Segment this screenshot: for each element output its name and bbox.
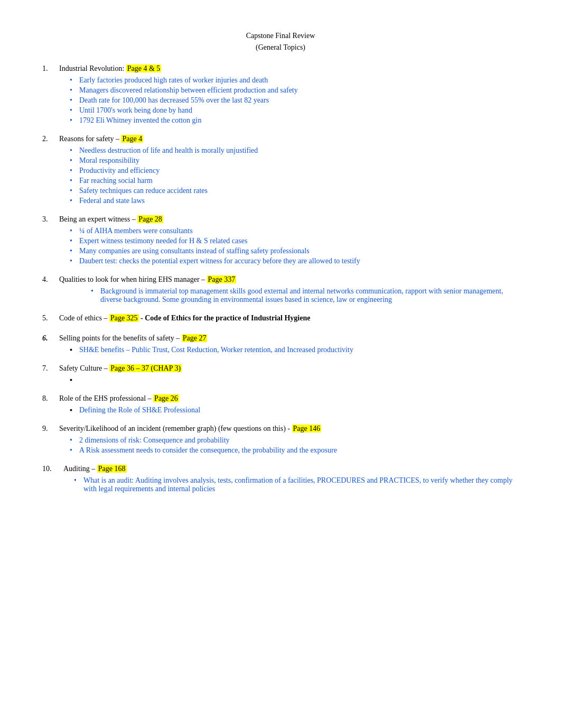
sub-list-item: Death rate for 100,000 has decreased 55%…	[70, 96, 519, 105]
sub-list-item: Far reaching social harm	[70, 177, 519, 185]
item-title: Qualities to look for when hiring EHS ma…	[59, 275, 519, 284]
list-item: 1. Industrial Revolution: Page 4 & 5 Ear…	[42, 64, 519, 126]
sub-item-text: Early factories produced high rates of w…	[79, 76, 268, 85]
item-title: Selling points for the benefits of safet…	[59, 334, 519, 343]
bullet-icon: ▪	[70, 346, 79, 354]
bullet-icon	[74, 476, 83, 485]
item-content: Selling points for the benefits of safet…	[59, 334, 519, 356]
bullet-icon: ▪	[70, 406, 79, 414]
item-title: Severity/Likelihood of an incident (reme…	[59, 425, 519, 433]
item-number: 3.	[42, 215, 59, 224]
page-subtitle: (General Topics)	[42, 43, 519, 52]
item-title-text: Severity/Likelihood of an incident (reme…	[59, 425, 292, 432]
item-highlight: Page 27	[182, 334, 208, 342]
item-number: 8.	[42, 394, 59, 403]
sub-list-item: Many companies are using consultants ins…	[70, 247, 519, 255]
item-title-text: Role of the EHS professional –	[59, 394, 153, 402]
bullet-icon	[70, 436, 79, 445]
item-title-bold: - Code of Ethics for the practice of Ind…	[139, 314, 311, 322]
sub-item-text: Many companies are using consultants ins…	[79, 247, 310, 255]
sub-list-item: 1792 Eli Whitney invented the cotton gin	[70, 116, 519, 125]
sub-item-text: Defining the Role of SH&E Professional	[79, 406, 200, 414]
item-highlight: Page 28	[137, 215, 163, 223]
sub-item-text: Managers discovered relationship between…	[79, 86, 298, 95]
item-number: 4.	[42, 275, 59, 284]
list-item: 5. Code of ethics – Page 325 - Code of E…	[42, 314, 519, 326]
sub-list-item: Moral responsibility	[70, 156, 519, 165]
bullet-icon	[70, 86, 79, 95]
sub-list: Background is immaterial top management …	[59, 287, 519, 304]
item-content: Auditing – Page 168 What is an audit: Au…	[63, 465, 519, 495]
sub-list: What is an audit: Auditing involves anal…	[63, 476, 519, 493]
item-title-text: Code of ethics –	[59, 314, 109, 322]
sub-item-text: Safety techniques can reduce accident ra…	[79, 187, 208, 195]
bullet-icon	[70, 156, 79, 165]
sub-list-item: Early factories produced high rates of w…	[70, 76, 519, 85]
sub-list-item: Until 1700's work being done by hand	[70, 106, 519, 115]
sub-list: ▪ Defining the Role of SH&E Professional	[59, 406, 519, 414]
sub-list-item: A Risk assessment needs to consider the …	[70, 446, 519, 455]
sub-list: Needless destruction of life and health …	[59, 146, 519, 205]
bullet-icon	[70, 257, 79, 265]
item-title-text: Qualities to look for when hiring EHS ma…	[59, 275, 207, 283]
bullet-icon	[70, 106, 79, 115]
sub-item-text: Background is immaterial top management …	[100, 287, 519, 304]
sub-list: ▪	[59, 376, 519, 384]
item-highlight: Page 168	[97, 465, 127, 473]
item-highlight: Page 26	[153, 394, 179, 402]
list-item: 6. Selling points for the benefits of sa…	[42, 334, 519, 356]
item-number: 7.	[42, 364, 59, 373]
item-title-text: Auditing –	[63, 465, 97, 473]
sub-list-item: Needless destruction of life and health …	[70, 146, 519, 155]
item-content: Severity/Likelihood of an incident (reme…	[59, 425, 519, 456]
sub-item-text: Moral responsibility	[79, 156, 139, 165]
item-title: Reasons for safety – Page 4	[59, 135, 519, 143]
sub-list-item: ▪	[70, 376, 519, 384]
item-highlight: Page 4	[121, 135, 143, 143]
sub-item-text: Daubert test: checks the potential exper…	[79, 257, 360, 265]
sub-item-text: 1792 Eli Whitney invented the cotton gin	[79, 116, 201, 125]
list-item: 2. Reasons for safety – Page 4 Needless …	[42, 135, 519, 207]
sub-list: 2 dimensions of risk: Consequence and pr…	[59, 436, 519, 455]
sub-list-item: Federal and state laws	[70, 197, 519, 205]
sub-list: Early factories produced high rates of w…	[59, 76, 519, 125]
sub-item-text: Death rate for 100,000 has decreased 55%…	[79, 96, 269, 105]
item-title: Code of ethics – Page 325 - Code of Ethi…	[59, 314, 519, 322]
item-title-text: Reasons for safety –	[59, 135, 121, 143]
item-number: 6.	[42, 334, 59, 343]
main-content-list: 1. Industrial Revolution: Page 4 & 5 Ear…	[42, 64, 519, 495]
item-content: Being an expert witness – Page 28 ¼ of A…	[59, 215, 519, 267]
list-item: 10. Auditing – Page 168 What is an audit…	[42, 465, 519, 495]
item-title-text: Safety Culture –	[59, 364, 109, 372]
item-highlight: Page 36 – 37 (CHAP 3)	[109, 364, 182, 372]
sub-list-item: ▪ SH&E benefits – Public Trust, Cost Red…	[70, 346, 519, 354]
sub-item-text: What is an audit: Auditing involves anal…	[83, 476, 519, 493]
bullet-icon	[91, 287, 100, 296]
item-content: Industrial Revolution: Page 4 & 5 Early …	[59, 64, 519, 126]
item-highlight: Page 337	[207, 275, 237, 283]
list-item: 9. Severity/Likelihood of an incident (r…	[42, 425, 519, 456]
sub-item-text: 2 dimensions of risk: Consequence and pr…	[79, 436, 230, 445]
list-item: 3. Being an expert witness – Page 28 ¼ o…	[42, 215, 519, 267]
sub-item-text: Far reaching social harm	[79, 177, 153, 185]
item-title: Safety Culture – Page 36 – 37 (CHAP 3)	[59, 364, 519, 373]
item-title: Role of the EHS professional – Page 26	[59, 394, 519, 403]
item-title-text: Industrial Revolution:	[59, 64, 126, 72]
page-title: Capstone Final Review	[42, 32, 519, 40]
list-item: 4. Qualities to look for when hiring EHS…	[42, 275, 519, 306]
item-number: 5.	[42, 314, 59, 322]
sub-item-text: Federal and state laws	[79, 197, 145, 205]
sub-list-item: Expert witness testimony needed for H & …	[70, 237, 519, 245]
sub-list-item: Managers discovered relationship between…	[70, 86, 519, 95]
item-title-text: Selling points for the benefits of safet…	[59, 334, 182, 342]
item-content: Reasons for safety – Page 4 Needless des…	[59, 135, 519, 207]
bullet-icon	[70, 146, 79, 155]
sub-item-text: ¼ of AIHA members were consultants	[79, 227, 193, 235]
sub-list-item: ▪ Defining the Role of SH&E Professional	[70, 406, 519, 414]
item-highlight: Page 325	[109, 314, 139, 322]
bullet-icon	[70, 167, 79, 175]
bullet-icon	[70, 177, 79, 185]
bullet-icon: ▪	[70, 376, 79, 384]
item-content: Safety Culture – Page 36 – 37 (CHAP 3) ▪	[59, 364, 519, 386]
sub-item-text: Productivity and efficiency	[79, 167, 160, 175]
